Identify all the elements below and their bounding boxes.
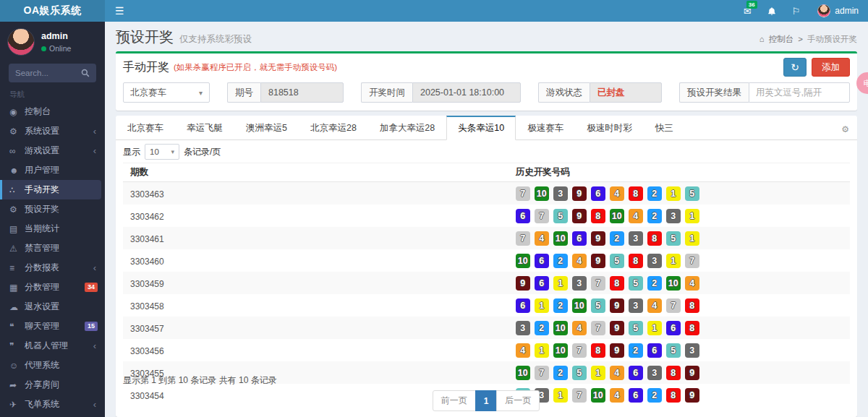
per-page-control: 显示 10 ▾ 条记录/页 xyxy=(116,140,857,163)
tabs-settings-gear-icon[interactable]: ⚙ xyxy=(833,119,857,139)
number-ball: 6 xyxy=(516,298,530,313)
game-select[interactable]: 北京赛车 ▾ xyxy=(123,82,210,103)
number-ball: 4 xyxy=(685,276,699,291)
sidebar-item-current-stats[interactable]: ▤当期统计 xyxy=(0,219,105,238)
sidebar-item-label: 分数管理 xyxy=(25,281,85,293)
ball-group: 41107892653 xyxy=(516,343,850,358)
comment-icon: ❞ xyxy=(9,341,25,351)
history-panel: 北京赛车幸运飞艇澳洲幸运5北京幸运28加拿大幸运28头条幸运10极速赛车极速时时… xyxy=(116,116,857,417)
avatar xyxy=(817,4,830,17)
tab-xyft[interactable]: 幸运飞艇 xyxy=(175,116,234,140)
online-dot-icon xyxy=(41,46,46,51)
game-status-label: 游戏状态 xyxy=(538,82,590,103)
tab-bjsc[interactable]: 北京赛车 xyxy=(116,116,175,140)
refresh-button[interactable]: ↻ xyxy=(783,58,807,77)
sidebar-item-share-room[interactable]: ➦分享房间 xyxy=(0,375,105,395)
next-page-button[interactable]: 后一页 xyxy=(496,390,540,411)
issue-label: 期号 xyxy=(227,82,260,103)
flags-menu[interactable]: ⚐ xyxy=(784,0,809,22)
period-value: 3303457 xyxy=(130,324,164,334)
sidebar-toggle-icon[interactable]: ☰ xyxy=(105,0,135,22)
game-select-value: 北京赛车 xyxy=(130,87,166,99)
tab-bjxy28[interactable]: 北京幸运28 xyxy=(299,116,368,140)
sidebar-item-manual-draw[interactable]: ∴手动开奖 xyxy=(0,180,101,199)
tab-jssc[interactable]: 极速赛车 xyxy=(516,116,575,140)
number-ball: 2 xyxy=(553,254,568,268)
number-ball: 5 xyxy=(666,231,681,246)
number-ball: 8 xyxy=(629,186,643,201)
flag-icon: ⚐ xyxy=(792,6,801,17)
sidebar-badge: 34 xyxy=(85,283,98,292)
number-ball: 6 xyxy=(591,186,605,201)
sidebar-item-game-settings[interactable]: ∞游戏设置‹ xyxy=(0,141,105,160)
panel-form: 北京赛车 ▾ 期号 818518 开奖时间 2025-01-01 18:10:0… xyxy=(116,78,857,111)
sidebar-item-agent-system[interactable]: ☺代理系统 xyxy=(0,356,105,375)
preset-result-label: 预设开奖结果 xyxy=(679,82,749,103)
number-ball: 5 xyxy=(610,254,624,268)
navbar-icons: ✉ 36 ⚐ admin xyxy=(736,0,868,22)
breadcrumb: ⌂ 控制台 > 手动预设开奖 xyxy=(760,34,857,45)
numbers-cell: 32104795168 xyxy=(516,321,850,335)
notifications-menu[interactable] xyxy=(760,0,784,22)
user-plus-icon: ☺ xyxy=(9,361,25,371)
sidebar-item-score-report[interactable]: ≡分数报表‹ xyxy=(0,258,105,278)
period-cell: 3303461 xyxy=(123,232,516,245)
table-row: 330345996137852104 xyxy=(123,272,850,294)
sidebar-item-label: 当期统计 xyxy=(25,223,98,235)
search-input[interactable] xyxy=(15,69,81,77)
sidebar-item-score-management[interactable]: ▦分数管理34 xyxy=(0,278,105,297)
sidebar-item-fly-order-system[interactable]: ✈飞单系统‹ xyxy=(0,395,105,414)
gear-icon: ⚙ xyxy=(9,205,25,215)
sidebar-item-user-management[interactable]: ☻用户管理 xyxy=(0,160,105,180)
sidebar-item-system-settings[interactable]: ⚙系统设置‹ xyxy=(0,121,105,141)
tab-jndxy28[interactable]: 加拿大幸运28 xyxy=(368,116,446,140)
sidebar-item-robot-management[interactable]: ❞机器人管理‹ xyxy=(0,336,105,356)
number-ball: 4 xyxy=(629,209,643,223)
per-page-value: 10 xyxy=(150,147,159,156)
home-icon: ⌂ xyxy=(760,35,765,43)
table-row: 330346371039648215 xyxy=(123,182,850,205)
breadcrumb-separator: > xyxy=(798,35,803,43)
number-ball: 10 xyxy=(610,209,624,223)
period-cell: 3303457 xyxy=(123,322,516,335)
messages-menu[interactable]: ✉ 36 xyxy=(736,0,760,22)
tab-azxy5[interactable]: 澳洲幸运5 xyxy=(234,116,299,140)
number-ball: 3 xyxy=(647,254,662,268)
sidebar-username: admin xyxy=(41,31,71,41)
number-ball: 5 xyxy=(629,321,643,335)
sidebar-item-rebate-settings[interactable]: ☁退水设置 xyxy=(0,297,105,317)
sidebar-item-preset-draw[interactable]: ⚙预设开奖 xyxy=(0,199,105,219)
ball-group: 32104795168 xyxy=(516,321,850,335)
breadcrumb-home[interactable]: 控制台 xyxy=(769,34,794,45)
number-ball: 7 xyxy=(591,276,605,291)
sidebar-search xyxy=(9,64,96,82)
per-page-select[interactable]: 10 ▾ xyxy=(145,144,179,160)
floating-widget[interactable]: 电 xyxy=(856,72,868,94)
number-ball: 9 xyxy=(591,254,605,268)
column-header-numbers: 历史开奖号码 xyxy=(516,166,850,179)
number-ball: 9 xyxy=(516,276,530,291)
number-ball: 6 xyxy=(647,343,662,358)
number-ball: 3 xyxy=(516,321,530,335)
number-ball: 8 xyxy=(629,254,643,268)
preset-result-input[interactable] xyxy=(749,82,850,103)
tab-ttxy10[interactable]: 头条幸运10 xyxy=(446,116,516,140)
tab-jsssc[interactable]: 极速时时彩 xyxy=(575,116,644,140)
app-brand[interactable]: OA娱乐系统 xyxy=(0,0,105,22)
user-menu[interactable]: admin xyxy=(808,4,868,17)
sidebar-item-console[interactable]: ◉控制台 xyxy=(0,102,105,121)
search-button[interactable] xyxy=(81,69,90,77)
add-button[interactable]: 添加 xyxy=(812,58,850,77)
tab-ks[interactable]: 快三 xyxy=(644,116,685,140)
number-ball: 2 xyxy=(647,186,662,201)
current-page-button[interactable]: 1 xyxy=(475,390,498,411)
report-list-icon: ≡ xyxy=(9,263,25,273)
manual-draw-panel: 手动开奖 (如果杀赢程序已开启，就无需手动预设号码) ↻ 添加 北京赛车 ▾ 期… xyxy=(116,51,857,111)
number-ball: 1 xyxy=(535,298,549,313)
number-ball: 5 xyxy=(629,276,643,291)
sidebar-item-mute-management[interactable]: ⚠禁言管理 xyxy=(0,238,105,258)
number-ball: 8 xyxy=(591,209,605,223)
number-ball: 1 xyxy=(666,186,681,201)
sidebar-item-chat-management[interactable]: ❝聊天管理15 xyxy=(0,317,105,336)
prev-page-button[interactable]: 前一页 xyxy=(433,390,476,411)
